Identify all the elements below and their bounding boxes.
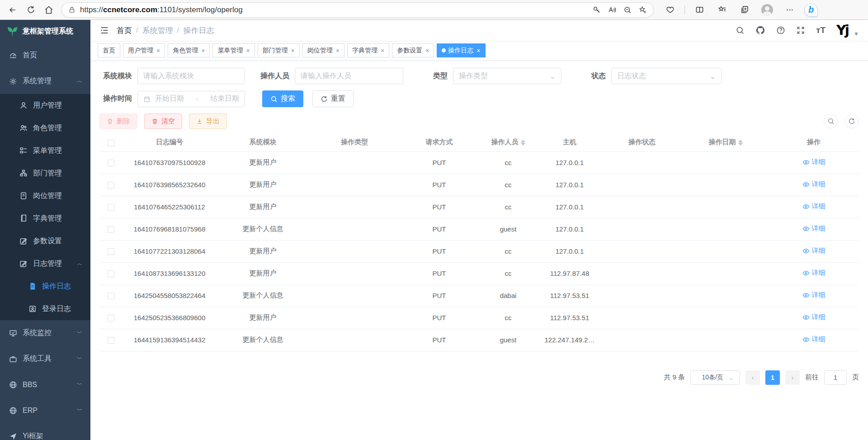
tab-字典管理[interactable]: 字典管理× [347, 43, 389, 57]
search-button[interactable]: 搜索 [262, 90, 303, 107]
sidebar-item[interactable]: 登录日志 [0, 298, 90, 320]
tab-参数设置[interactable]: 参数设置× [392, 43, 434, 57]
tab-部门管理[interactable]: 部门管理× [258, 43, 300, 57]
refresh-table-button[interactable] [844, 114, 859, 128]
close-icon[interactable]: × [425, 47, 429, 54]
column-header[interactable]: 操作日期 [683, 133, 769, 151]
prev-page-button[interactable]: ‹ [745, 370, 760, 385]
sidebar-item[interactable]: 岗位管理 [0, 185, 90, 207]
tab-岗位管理[interactable]: 岗位管理× [302, 43, 344, 57]
page-size-select[interactable]: 10条/页⌄ [690, 370, 740, 385]
add-favorite-icon[interactable] [639, 6, 647, 14]
close-icon[interactable]: × [476, 47, 480, 54]
address-bar[interactable]: https://ccnetcore.com:1101/system/log/op… [61, 2, 654, 18]
row-checkbox[interactable] [108, 337, 114, 344]
more-menu-icon[interactable] [782, 2, 798, 18]
sidebar-item[interactable]: 角色管理 [0, 117, 90, 139]
sidebar-item[interactable]: 字典管理 [0, 207, 90, 230]
split-screen-icon[interactable] [691, 2, 708, 18]
tab-角色管理[interactable]: 角色管理× [168, 43, 210, 57]
tab-操作日志[interactable]: 操作日志× [437, 43, 485, 57]
sidebar-item[interactable]: 日志管理︿ [0, 252, 90, 275]
app-logo[interactable]: 意框架管理系统 [0, 20, 90, 43]
detail-link[interactable]: 详细 [802, 202, 826, 211]
row-checkbox[interactable] [108, 160, 114, 166]
select-all-checkbox[interactable] [108, 140, 114, 147]
yj-logo[interactable]: Yj [836, 24, 848, 37]
sidebar-item[interactable]: 首页 [0, 43, 90, 68]
password-key-icon[interactable] [593, 6, 601, 14]
close-icon[interactable]: × [336, 47, 340, 54]
sidebar-item[interactable]: BBS﹀ [0, 372, 90, 397]
detail-link[interactable]: 详细 [802, 291, 826, 299]
fullscreen-icon[interactable] [796, 26, 805, 35]
collections-icon[interactable] [736, 2, 753, 18]
sort-icon[interactable] [738, 140, 743, 146]
row-checkbox[interactable] [108, 204, 114, 211]
operator-input[interactable]: 请输入操作人员 [295, 68, 403, 84]
hamburger-icon[interactable] [99, 25, 109, 35]
clear-button[interactable]: 清空 [144, 114, 182, 129]
close-icon[interactable]: × [381, 47, 384, 54]
close-icon[interactable]: × [291, 47, 295, 54]
page-number-button[interactable]: 1 [765, 370, 780, 385]
breadcrumb-home[interactable]: 首页 [117, 25, 132, 36]
column-header[interactable]: 操作人员 [478, 133, 538, 151]
tab-首页[interactable]: 首页 [98, 43, 120, 57]
help-icon[interactable] [776, 26, 785, 35]
sidebar-item[interactable]: 用户管理 [0, 94, 90, 117]
read-aloud-icon[interactable] [608, 6, 616, 14]
delete-button[interactable]: 删除 [99, 114, 137, 129]
profile-avatar[interactable] [759, 2, 775, 18]
date-range-input[interactable]: 开始日期 - 结束日期 [137, 91, 245, 107]
sidebar-item[interactable]: 系统工具﹀ [0, 346, 90, 372]
module-input[interactable]: 请输入系统模块 [137, 68, 245, 84]
github-icon[interactable] [755, 25, 765, 35]
row-checkbox[interactable] [108, 270, 114, 277]
close-icon[interactable]: × [201, 47, 205, 54]
row-checkbox[interactable] [108, 248, 114, 255]
close-icon[interactable]: × [246, 47, 250, 54]
export-button[interactable]: 导出 [189, 114, 227, 129]
chevron-down-icon[interactable]: ▼ [854, 31, 859, 37]
refresh-button[interactable] [23, 2, 39, 18]
close-icon[interactable]: × [156, 47, 160, 54]
detail-link[interactable]: 详细 [802, 158, 826, 166]
favorites-icon[interactable] [714, 2, 730, 18]
search-icon[interactable] [736, 26, 745, 35]
copilot-icon[interactable]: b [804, 3, 818, 17]
detail-link[interactable]: 详细 [802, 335, 826, 344]
goto-page-input[interactable]: 1 [824, 370, 847, 385]
next-page-button[interactable]: › [785, 370, 800, 385]
tab-用户管理[interactable]: 用户管理× [123, 43, 165, 57]
back-button[interactable] [5, 2, 21, 18]
sort-icon[interactable] [521, 140, 525, 146]
zoom-out-icon[interactable] [623, 6, 632, 14]
sidebar-item[interactable]: 系统监控﹀ [0, 320, 90, 346]
row-checkbox[interactable] [108, 182, 114, 189]
url-text[interactable]: https://ccnetcore.com:1101/system/log/op… [80, 5, 588, 14]
reset-button[interactable]: 重置 [312, 90, 354, 107]
detail-link[interactable]: 详细 [802, 269, 826, 277]
row-checkbox[interactable] [108, 226, 114, 233]
sidebar-item[interactable]: 操作日志 [0, 275, 90, 298]
sidebar-item[interactable]: ERP﹀ [0, 397, 90, 423]
sidebar-item[interactable]: 参数设置 [0, 230, 90, 252]
breadcrumb-system[interactable]: 系统管理 [142, 25, 173, 36]
browser-essentials-icon[interactable] [662, 2, 678, 18]
toggle-search-button[interactable] [824, 114, 838, 128]
row-checkbox[interactable] [108, 293, 114, 299]
font-size-icon[interactable]: тT [816, 25, 826, 35]
sidebar-item[interactable]: 系统管理︿ [0, 68, 90, 94]
sidebar-item[interactable]: Yi框架 [0, 423, 90, 440]
status-select[interactable]: 日志状态⌄ [611, 68, 722, 84]
home-button[interactable] [41, 2, 57, 18]
detail-link[interactable]: 详细 [802, 313, 826, 322]
detail-link[interactable]: 详细 [802, 180, 826, 189]
sidebar-item[interactable]: 部门管理 [0, 162, 90, 185]
tab-菜单管理[interactable]: 菜单管理× [212, 43, 255, 57]
row-checkbox[interactable] [108, 315, 114, 322]
type-select[interactable]: 操作类型⌄ [453, 68, 561, 84]
detail-link[interactable]: 详细 [802, 246, 826, 255]
sidebar-item[interactable]: 菜单管理 [0, 139, 90, 162]
